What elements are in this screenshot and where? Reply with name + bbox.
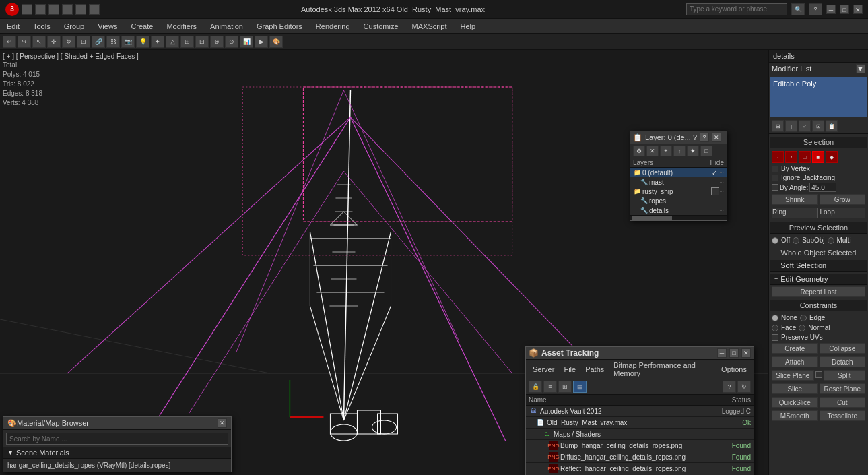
tessellate-button[interactable]: Tessellate: [820, 410, 866, 421]
toolbar-btn-1[interactable]: ↩: [3, 36, 16, 48]
sel-icon-edge[interactable]: /: [785, 151, 797, 163]
toolbar-btn-align[interactable]: ⊟: [195, 36, 209, 48]
toolbar-btn-mirror[interactable]: ⊞: [180, 36, 194, 48]
layer-settings-icon[interactable]: ⚙: [633, 146, 645, 156]
material-browser-search-input[interactable]: [6, 433, 228, 445]
preview-multi-radio[interactable]: [828, 237, 834, 244]
asset-close-button[interactable]: ✕: [741, 348, 751, 358]
titlebar-btn-1[interactable]: [22, 4, 32, 15]
mod-icon-1[interactable]: ⊞: [772, 120, 784, 132]
constraints-normal-radio[interactable]: [799, 325, 805, 331]
restore-button[interactable]: □: [840, 5, 849, 14]
menu-edit[interactable]: Edit: [0, 21, 26, 32]
toolbar-btn-track[interactable]: 📊: [240, 36, 253, 48]
split-button[interactable]: Split: [824, 370, 866, 381]
toolbar-btn-select[interactable]: ↖: [32, 36, 46, 48]
by-angle-checkbox[interactable]: [772, 184, 778, 191]
ignore-backfacing-checkbox[interactable]: [772, 175, 778, 181]
toolbar-btn-snap[interactable]: ⊗: [210, 36, 224, 48]
asset-restore-button[interactable]: □: [729, 348, 739, 358]
grow-button[interactable]: Grow: [820, 194, 866, 205]
sel-icon-poly[interactable]: ■: [812, 151, 824, 163]
sel-icon-vertex[interactable]: ·: [772, 151, 784, 163]
sel-icon-element[interactable]: ◆: [826, 151, 838, 163]
modifier-list-dropdown[interactable]: ▼: [856, 64, 865, 73]
toolbar-btn-helpers[interactable]: ✦: [151, 36, 164, 48]
sel-icon-border[interactable]: □: [799, 151, 811, 163]
mod-icon-2[interactable]: |: [785, 120, 797, 132]
reset-plane-button[interactable]: Reset Plane: [820, 383, 866, 394]
loop-select[interactable]: Loop: [820, 208, 866, 218]
soft-selection-header[interactable]: + Soft Selection: [770, 260, 867, 272]
layer-close-button[interactable]: ✕: [712, 133, 721, 142]
slice-button[interactable]: Slice: [772, 383, 818, 394]
layer-move-icon[interactable]: ↑: [673, 146, 686, 156]
search-icon[interactable]: 🔍: [791, 3, 805, 15]
menu-create[interactable]: Create: [124, 21, 160, 32]
constraints-edge-radio[interactable]: [800, 315, 807, 321]
asset-row-png-3[interactable]: PNG Reflect_hangar_ceiling_details_ropes…: [526, 463, 754, 474]
asset-row-file[interactable]: 📄 Old_Rusty_Mast_vray.max Ok: [526, 417, 754, 429]
toolbar-btn-camera[interactable]: 📷: [121, 36, 135, 48]
mod-icon-3[interactable]: ✓: [799, 120, 811, 132]
titlebar-btn-3[interactable]: [48, 4, 59, 15]
menu-modifiers[interactable]: Modifiers: [160, 21, 203, 32]
menu-views[interactable]: Views: [91, 21, 124, 32]
toolbar-btn-link[interactable]: 🔗: [92, 36, 105, 48]
constraints-face-radio[interactable]: [772, 325, 778, 331]
toolbar-btn-shapes[interactable]: △: [166, 36, 179, 48]
edit-geometry-header[interactable]: + Edit Geometry: [770, 274, 867, 285]
toolbar-btn-unlink[interactable]: ⛓: [106, 36, 120, 48]
minimize-button[interactable]: ─: [826, 5, 836, 14]
constraints-none-radio[interactable]: [772, 315, 778, 321]
titlebar-btn-5[interactable]: [75, 4, 86, 15]
asset-tb-btn-2[interactable]: ≡: [543, 381, 557, 393]
menu-graph-editors[interactable]: Graph Editors: [250, 21, 309, 32]
mod-icon-4[interactable]: ⊡: [812, 120, 824, 132]
toolbar-btn-lights[interactable]: 💡: [136, 36, 149, 48]
layer-scrollbar[interactable]: [630, 215, 727, 220]
layer-row-0[interactable]: 📁 0 (default) ✓ ···: [630, 168, 727, 177]
by-angle-input[interactable]: [809, 183, 836, 192]
detach-button[interactable]: Detach: [820, 356, 866, 367]
layer-add-icon[interactable]: +: [660, 146, 672, 156]
cut-button[interactable]: Cut: [820, 397, 866, 408]
toolbar-btn-angle-snap[interactable]: ⊙: [225, 36, 238, 48]
menu-rendering[interactable]: Rendering: [309, 21, 357, 32]
toolbar-btn-rotate[interactable]: ↻: [62, 36, 75, 48]
ring-select[interactable]: Ring: [772, 208, 818, 218]
shrink-button[interactable]: Shrink: [772, 194, 818, 205]
create-button[interactable]: Create: [772, 343, 818, 354]
toolbar-btn-move[interactable]: ✛: [47, 36, 61, 48]
mat-item-1[interactable]: hangar_ceiling_details_ropes (VRayMtl) […: [7, 460, 227, 470]
viewport[interactable]: [ + ] [ Perspective ] [ Shaded + Edged F…: [0, 50, 768, 475]
menu-animation[interactable]: Animation: [203, 21, 250, 32]
asset-menu-paths[interactable]: Paths: [581, 365, 608, 374]
layer-btn-6[interactable]: □: [700, 146, 712, 156]
menu-maxscript[interactable]: MAXScript: [405, 21, 454, 32]
asset-menu-bitmap[interactable]: Bitmap Performance and Memory: [609, 360, 716, 378]
toolbar-btn-render[interactable]: ▶: [255, 36, 268, 48]
menu-help[interactable]: Help: [454, 21, 483, 32]
asset-tb-btn-1[interactable]: 🔒: [529, 381, 542, 393]
attach-button[interactable]: Attach: [772, 356, 818, 367]
asset-minimize-button[interactable]: ─: [717, 348, 727, 358]
asset-tb-btn-4[interactable]: ▤: [573, 381, 587, 393]
mssmooth-button[interactable]: MSmooth: [772, 410, 818, 421]
asset-tb-refresh-btn[interactable]: ↻: [737, 381, 751, 393]
asset-menu-server[interactable]: Server: [529, 365, 558, 374]
layer-delete-icon[interactable]: ✕: [646, 146, 659, 156]
toolbar-btn-2[interactable]: ↪: [18, 36, 31, 48]
layer-row-mast[interactable]: 🔧 mast ···: [630, 177, 727, 187]
by-vertex-checkbox[interactable]: [772, 166, 778, 172]
split-checkbox[interactable]: [815, 371, 822, 378]
titlebar-btn-4[interactable]: [62, 4, 73, 15]
layer-select-icon[interactable]: ✦: [687, 146, 699, 156]
collapse-button[interactable]: Collapse: [820, 343, 866, 354]
preview-subobj-radio[interactable]: [793, 237, 799, 244]
layer-row-rusty-ship[interactable]: 📁 rusty_ship ···: [630, 187, 727, 196]
preserve-uvs-checkbox[interactable]: [772, 334, 778, 341]
asset-menu-options[interactable]: Options: [717, 365, 751, 374]
title-search-input[interactable]: [686, 3, 787, 15]
toolbar-btn-matl[interactable]: 🎨: [269, 36, 283, 48]
